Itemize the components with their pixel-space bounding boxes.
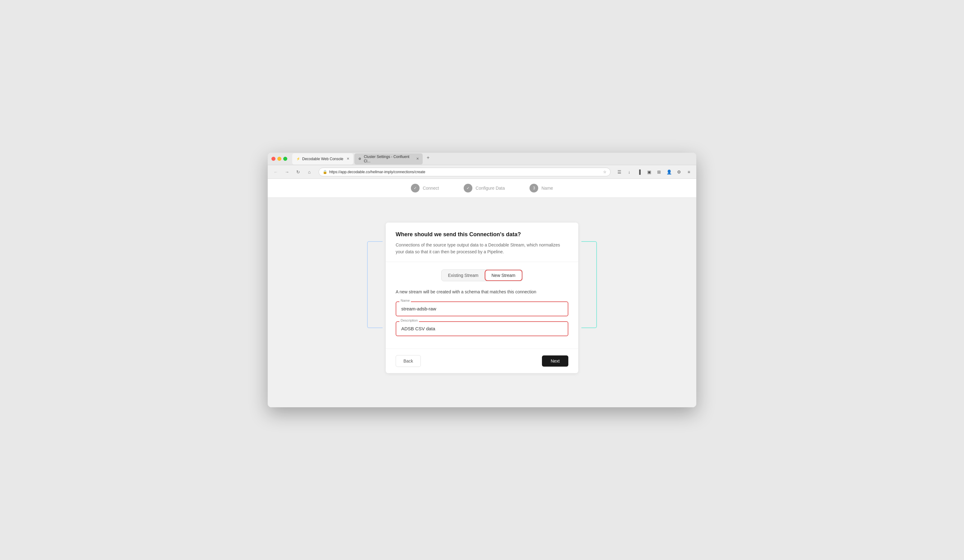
step-configure: ✓ Configure Data <box>464 184 505 192</box>
settings-icon[interactable]: ⚙ <box>675 168 682 176</box>
tab-decodable-close[interactable]: ✕ <box>347 157 349 161</box>
security-icon: 🔒 <box>323 170 327 174</box>
tab-confluent-close[interactable]: ✕ <box>416 157 419 161</box>
toggle-container: Existing Stream New Stream <box>441 269 523 281</box>
nav-right-icons: ☰ ↓ ▐ ▣ ⊞ 👤 ⚙ ≡ <box>616 168 692 176</box>
bookmark-icon[interactable]: ☆ <box>603 170 607 174</box>
close-traffic-light[interactable] <box>272 157 275 161</box>
side-decoration-left <box>367 241 383 328</box>
tab-confluent-label: Cluster Settings - Confluent Cl... <box>364 154 413 163</box>
name-label: Name <box>399 299 411 302</box>
step-name-label: Name <box>541 186 553 191</box>
chart-icon[interactable]: ▐ <box>635 168 643 176</box>
url-text: https://app.decodable.co/hellmar-imply/c… <box>329 170 601 174</box>
stream-toggle: Existing Stream New Stream <box>396 269 568 281</box>
refresh-button[interactable]: ↻ <box>294 168 303 176</box>
next-action-button[interactable]: Next <box>542 355 568 367</box>
step-name: 3 Name <box>529 184 553 192</box>
step-configure-label: Configure Data <box>475 186 505 191</box>
card-footer: Back Next <box>386 349 578 373</box>
name-input[interactable] <box>396 302 568 317</box>
card-header: Where should we send this Connection's d… <box>386 222 578 262</box>
back-button[interactable]: ← <box>272 168 280 176</box>
name-field-group: Name <box>396 302 568 317</box>
description-field-group: Description <box>396 321 568 336</box>
card-body: Existing Stream New Stream A new stream … <box>386 262 578 349</box>
tab-confluent-icon: ⚙ <box>358 157 362 161</box>
minimize-traffic-light[interactable] <box>277 157 282 161</box>
browser-window: ⚡ Decodable Web Console ✕ ⚙ Cluster Sett… <box>268 153 696 407</box>
tab-decodable-icon: ⚡ <box>296 157 300 161</box>
forward-button[interactable]: → <box>283 168 291 176</box>
profile-icon[interactable]: 👤 <box>665 168 673 176</box>
description-input[interactable] <box>396 321 568 336</box>
new-stream-button[interactable]: New Stream <box>485 270 522 280</box>
stepper-bar: ✓ Connect ✓ Configure Data 3 Name <box>268 179 696 198</box>
card-title: Where should we send this Connection's d… <box>396 231 568 238</box>
tab-bar: ⚡ Decodable Web Console ✕ ⚙ Cluster Sett… <box>292 153 692 164</box>
side-decoration-right <box>581 241 597 328</box>
page-content: ✓ Connect ✓ Configure Data 3 Name Where … <box>268 179 696 407</box>
url-bar[interactable]: 🔒 https://app.decodable.co/hellmar-imply… <box>319 168 611 176</box>
card-description: Connections of the source type output da… <box>396 242 568 255</box>
back-action-button[interactable]: Back <box>396 355 421 367</box>
add-tab-button[interactable]: + <box>424 153 433 162</box>
traffic-lights <box>272 157 287 161</box>
grid-icon[interactable]: ⊞ <box>655 168 663 176</box>
nav-bar: ← → ↻ ⌂ 🔒 https://app.decodable.co/hellm… <box>268 165 696 179</box>
tab-decodable-label: Decodable Web Console <box>302 157 344 161</box>
step-configure-circle: ✓ <box>464 184 472 192</box>
maximize-traffic-light[interactable] <box>283 157 287 161</box>
title-bar: ⚡ Decodable Web Console ✕ ⚙ Cluster Sett… <box>268 153 696 165</box>
menu-icon[interactable]: ≡ <box>685 168 692 176</box>
home-button[interactable]: ⌂ <box>305 168 314 176</box>
new-stream-description: A new stream will be created with a sche… <box>396 289 568 295</box>
step-connect: ✓ Connect <box>411 184 439 192</box>
pocket-icon[interactable]: ☰ <box>616 168 623 176</box>
description-label: Description <box>399 318 419 322</box>
existing-stream-button[interactable]: Existing Stream <box>441 270 484 281</box>
step-connect-label: Connect <box>423 186 439 191</box>
step-name-circle: 3 <box>529 184 538 192</box>
card-wrapper: Where should we send this Connection's d… <box>386 210 578 386</box>
tab-confluent[interactable]: ⚙ Cluster Settings - Confluent Cl... ✕ <box>354 153 423 164</box>
tab-decodable[interactable]: ⚡ Decodable Web Console ✕ <box>292 153 353 164</box>
download-icon[interactable]: ↓ <box>625 168 633 176</box>
sidebar-icon[interactable]: ▣ <box>645 168 653 176</box>
main-card: Where should we send this Connection's d… <box>386 222 578 373</box>
step-connect-circle: ✓ <box>411 184 420 192</box>
